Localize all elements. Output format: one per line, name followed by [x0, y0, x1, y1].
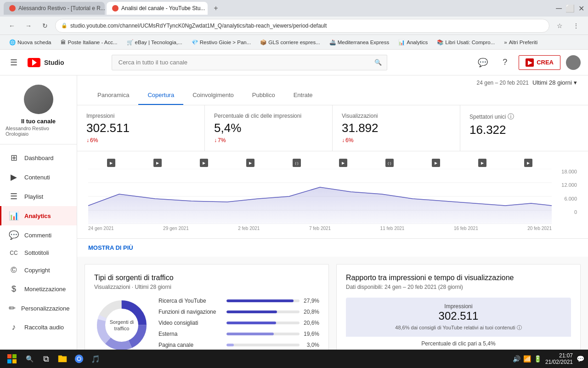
new-tab-button[interactable]: +	[209, 2, 222, 15]
analytics-icon: 📊	[9, 211, 19, 221]
chrome-icon	[74, 354, 84, 364]
video-marker-8[interactable]: ▶	[432, 159, 440, 167]
traffic-bar-row-2: Funzioni di navigazione 20,8%	[158, 309, 319, 315]
windows-logo-icon	[7, 354, 17, 363]
taskbar-search-button[interactable]: 🔍	[22, 351, 37, 366]
close-button[interactable]: ✕	[578, 4, 584, 13]
traffic-bar-track-3	[226, 322, 300, 324]
sidebar-item-monetizzazione[interactable]: $ Monetizzazione	[0, 280, 77, 299]
info-icon[interactable]: ⓘ	[508, 113, 514, 121]
bookmark-restivo[interactable]: 💎 Restivo Gioie > Pan...	[188, 38, 255, 47]
search-button[interactable]: 🔍	[369, 55, 387, 70]
tab-copertura[interactable]: Copertura	[138, 86, 183, 105]
bookmark-mediterranea[interactable]: 🚢 Mediterranea Express	[326, 38, 393, 47]
sidebar-label-contenuti: Contenuti	[24, 174, 50, 181]
mostra-di-piu-button[interactable]: MOSTRA DI PIÙ	[77, 238, 588, 257]
sidebar-item-personalizzazione[interactable]: ✏ Personalizzazione	[0, 299, 77, 318]
video-marker-2[interactable]: ▶	[153, 159, 162, 167]
notifications-button[interactable]: 💬	[475, 54, 491, 71]
sidebar-label-dashboard: Dashboard	[24, 155, 54, 161]
header-search: 🔍	[112, 55, 387, 70]
sidebar-item-sottotitoli[interactable]: CC Sottotitoli	[0, 245, 77, 261]
bookmark-gls[interactable]: 📦 GLS corriere espres...	[256, 38, 323, 47]
browser-tab-1[interactable]: Alessandro Restivo - [Tutorial e R... ✕	[4, 2, 105, 15]
bookmark-altri[interactable]: » Altri Preferiti	[500, 38, 541, 46]
date-range-row: 24 gen – 20 feb 2021 Ultimi 28 giorni ▾	[88, 75, 577, 86]
sidebar-item-contenuti[interactable]: ▶ Contenuti	[0, 167, 77, 187]
bookmark-icon: 🛒	[127, 39, 133, 46]
sidebar-item-raccolta-audio[interactable]: ♪ Raccolta audio	[0, 318, 77, 337]
bookmark-star-button[interactable]: ☆	[553, 19, 566, 32]
minimize-button[interactable]: ─	[556, 4, 562, 13]
traffic-bar-label-4: Esterna	[158, 331, 223, 337]
dashboard-icon: ⊞	[9, 153, 19, 163]
sidebar-item-analytics[interactable]: 📊 Analytics	[0, 206, 77, 225]
stat-views-change: ↓ 6%	[342, 137, 451, 144]
chart-svg	[88, 169, 552, 224]
stat-card-ctr: Percentuale di clic delle impressioni 5,…	[205, 105, 333, 151]
video-marker-10[interactable]: ▶	[524, 159, 532, 167]
tab-coinvolgimento[interactable]: Coinvolgimento	[183, 86, 243, 105]
sidebar-item-commenti[interactable]: 💬 Commenti	[0, 225, 77, 245]
windows-taskbar: 🔍 ⧉ 🎵 🔊 📶 🔋 21:07 21/02/2021 💬	[0, 350, 588, 368]
taskbar-file-explorer-button[interactable]	[55, 351, 70, 366]
stat-impressioni-change: ↓ 6%	[86, 137, 195, 144]
taskbar-time-display: 21:07	[545, 352, 573, 359]
bookmark-icon: 💎	[192, 39, 198, 46]
taskbar-volume-icon: 📶	[523, 355, 531, 362]
taskbar-chrome-button[interactable]	[72, 351, 86, 366]
svg-rect-14	[7, 359, 11, 363]
chart-wrapper: ▶ ▶ ▶ ▶ (·) ▶ (·) ▶ ▶ ▶	[88, 159, 577, 231]
sidebar-label-monetizzazione: Monetizzazione	[24, 286, 66, 293]
sottotitoli-icon: CC	[9, 250, 19, 256]
video-marker-9[interactable]: ▶	[478, 159, 486, 167]
sidebar-item-dashboard[interactable]: ⊞ Dashboard	[0, 148, 77, 167]
info-icon-funnel[interactable]: ⓘ	[517, 325, 522, 330]
taskbar-clock: 21:07 21/02/2021	[545, 352, 573, 365]
bookmark-poste[interactable]: 🏛 Poste Italiane - Acc...	[57, 38, 121, 46]
user-avatar[interactable]	[566, 55, 581, 70]
maximize-button[interactable]: ⬜	[565, 4, 575, 13]
video-marker-4[interactable]: ▶	[246, 159, 254, 167]
traffic-bar-value-5: 3,0%	[303, 342, 319, 348]
video-marker-7[interactable]: (·)	[385, 159, 394, 167]
back-button[interactable]: ←	[6, 19, 18, 32]
video-marker-1[interactable]: ▶	[107, 159, 115, 167]
bookmark-analytics[interactable]: 📊 Analytics	[395, 38, 431, 47]
bookmark-nuova-scheda[interactable]: 🌐 Nuova scheda	[6, 38, 55, 47]
video-marker-5[interactable]: (·)	[293, 159, 301, 167]
y-label-2: 12.000	[554, 182, 577, 188]
taskbar-task-view-button[interactable]: ⧉	[39, 351, 53, 366]
crea-button[interactable]: ▶ CREA	[519, 55, 560, 70]
search-input[interactable]	[112, 55, 387, 70]
tab-pubblico[interactable]: Pubblico	[243, 86, 284, 105]
content-area: 24 gen – 20 feb 2021 Ultimi 28 giorni ▾ …	[77, 75, 588, 368]
video-marker-3[interactable]: ▶	[200, 159, 208, 167]
profile-avatar[interactable]	[24, 85, 53, 114]
reload-button[interactable]: ↻	[39, 19, 51, 32]
address-bar[interactable]: 🔒 studio.youtube.com/channel/UCMsRdYTync…	[55, 19, 549, 33]
bookmark-label: Poste Italiane - Acc...	[68, 40, 118, 45]
x-label-4: 7 feb 2021	[309, 226, 331, 231]
taskbar-extra-app-button[interactable]: 🎵	[88, 351, 103, 366]
menu-hamburger-icon[interactable]: ☰	[7, 55, 20, 70]
bookmark-ebay[interactable]: 🛒 eBay | Tecnologia,...	[123, 38, 186, 47]
sidebar-item-copyright[interactable]: © Copyright	[0, 261, 77, 280]
browser-tab-2[interactable]: Analisi del canale - YouTube Stu... ✕	[107, 2, 208, 15]
raccolta-audio-icon: ♪	[9, 322, 19, 332]
sidebar-item-playlist[interactable]: ☰ Playlist	[0, 187, 77, 206]
tab-entrate[interactable]: Entrate	[284, 86, 322, 105]
period-selector[interactable]: Ultimi 28 giorni ▾	[532, 79, 577, 86]
traffic-bar-track-4	[226, 333, 300, 335]
profile-channel-name: Alessandro Restivo Orologiaio	[6, 126, 71, 137]
help-button[interactable]: ?	[497, 54, 513, 71]
forward-button[interactable]: →	[22, 19, 35, 32]
video-marker-6[interactable]: ▶	[339, 159, 347, 167]
taskbar-date-display: 21/02/2021	[545, 359, 573, 365]
playlist-icon: ☰	[9, 191, 19, 201]
taskbar-notification-icon[interactable]: 💬	[577, 355, 584, 362]
start-button[interactable]	[4, 351, 20, 367]
bookmark-libri[interactable]: 📚 Libri Usati: Compro...	[433, 38, 498, 47]
browser-menu-button[interactable]: ⋮	[570, 19, 582, 32]
tab-panoramica[interactable]: Panoramica	[88, 86, 138, 105]
